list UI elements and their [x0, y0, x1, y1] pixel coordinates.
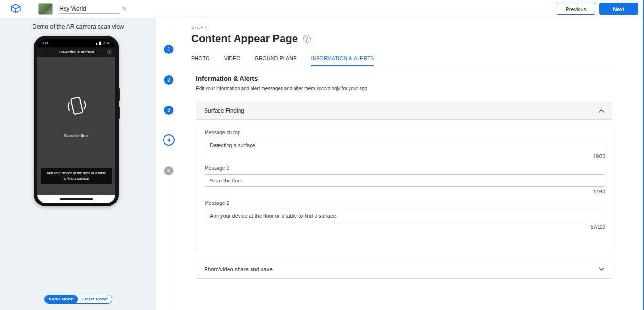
message-2-input[interactable]: [205, 210, 605, 222]
ar-help-icon: ?: [107, 49, 112, 55]
stepper-line: [169, 18, 169, 310]
chevron-down-icon: [599, 267, 604, 272]
tab-video[interactable]: VIDEO: [224, 55, 240, 66]
phone-clock: 9:41: [42, 42, 49, 45]
surface-finding-title: Surface Finding: [204, 107, 599, 114]
project-thumbnail: [38, 3, 53, 15]
app-logo-icon[interactable]: [10, 3, 22, 15]
char-counter: 57/100: [205, 224, 605, 230]
section-title: Information & Alerts: [196, 75, 643, 82]
phone-scan-icon: [66, 95, 87, 120]
photo-video-share-title: Photo/video share and save: [204, 267, 599, 272]
edit-pencil-icon[interactable]: ✎: [122, 5, 127, 12]
surface-finding-panel: Surface Finding Message on top 19/30 Mes…: [196, 102, 612, 249]
preview-title: Demo of the AR camera scan view: [0, 18, 156, 30]
surface-finding-header[interactable]: Surface Finding: [196, 102, 612, 120]
step-3[interactable]: 3: [164, 106, 174, 115]
step-5[interactable]: 5: [164, 166, 174, 175]
preview-sidebar: Demo of the AR camera scan view 9:41 ←: [0, 18, 156, 310]
field-label: Message 2: [205, 200, 605, 206]
step-navigation: 1 2 3 4 5: [156, 18, 183, 310]
surface-finding-body: Message on top 19/30 Message 1 14/40 Mes…: [196, 120, 612, 249]
ar-view-header: ← Detecting a surface ?: [37, 47, 115, 57]
phone-screen: 9:41 ← Detecting a surface ?: [37, 39, 115, 203]
step-1[interactable]: 1: [164, 45, 174, 54]
step-label: STEP 4: [191, 25, 643, 30]
message-1-input[interactable]: [205, 174, 605, 187]
main-content: STEP 4 Content Appear Page ? PHOTO VIDEO…: [183, 18, 643, 310]
phone-mockup: 9:41 ← Detecting a surface ?: [34, 36, 119, 206]
light-mode-button[interactable]: LIGHT MODE: [78, 295, 112, 303]
field-label: Message 1: [205, 165, 605, 171]
phone-home-bar: [37, 195, 115, 203]
phone-status-bar: 9:41: [37, 39, 115, 47]
char-counter: 14/40: [205, 189, 605, 194]
section-subtitle: Edit your information and alert messages…: [196, 86, 643, 91]
page-help-icon[interactable]: ?: [303, 35, 311, 43]
message-2-field: Message 2 57/100: [205, 200, 605, 230]
message-on-top-input[interactable]: [205, 139, 605, 151]
home-indicator: [60, 198, 93, 200]
char-counter: 19/30: [205, 154, 605, 159]
phone-side-button: [119, 88, 120, 101]
tab-bar: PHOTO VIDEO GROUND PLANE INFORMATION & A…: [191, 55, 620, 66]
scan-message: Scan the floor: [37, 133, 115, 138]
chevron-up-icon: [599, 107, 604, 114]
next-button[interactable]: Next: [599, 3, 638, 15]
step-2[interactable]: 2: [164, 75, 174, 85]
top-bar: ✎ Previous Next: [0, 0, 644, 18]
field-label: Message on top: [205, 129, 605, 135]
tab-ground-plane[interactable]: GROUND PLANE: [255, 55, 297, 66]
step-4-active[interactable]: 4: [163, 134, 175, 146]
back-arrow-icon: ←: [40, 50, 47, 54]
tab-photo[interactable]: PHOTO: [191, 55, 210, 66]
message-1-field: Message 1 14/40: [205, 165, 605, 194]
page-title: Content Appear Page: [191, 32, 298, 45]
dark-mode-button[interactable]: DARK MODE: [44, 295, 78, 303]
message-on-top-field: Message on top 19/30: [205, 129, 605, 159]
previous-button[interactable]: Previous: [557, 3, 595, 15]
ar-scan-area: Scan the floor Aim your device at the fl…: [37, 57, 115, 203]
phone-side-button: [119, 107, 120, 119]
mode-toggle: DARK MODE LIGHT MODE: [44, 295, 112, 304]
photo-video-share-panel-header[interactable]: Photo/video share and save: [196, 260, 612, 279]
tab-information-alerts[interactable]: INFORMATION & ALERTS: [311, 55, 374, 66]
ar-view-title: Detecting a surface: [47, 50, 107, 54]
phone-status-icons: [96, 41, 110, 45]
hint-message: Aim your device at the floor or a table …: [41, 168, 112, 184]
project-name-input[interactable]: [58, 4, 120, 14]
